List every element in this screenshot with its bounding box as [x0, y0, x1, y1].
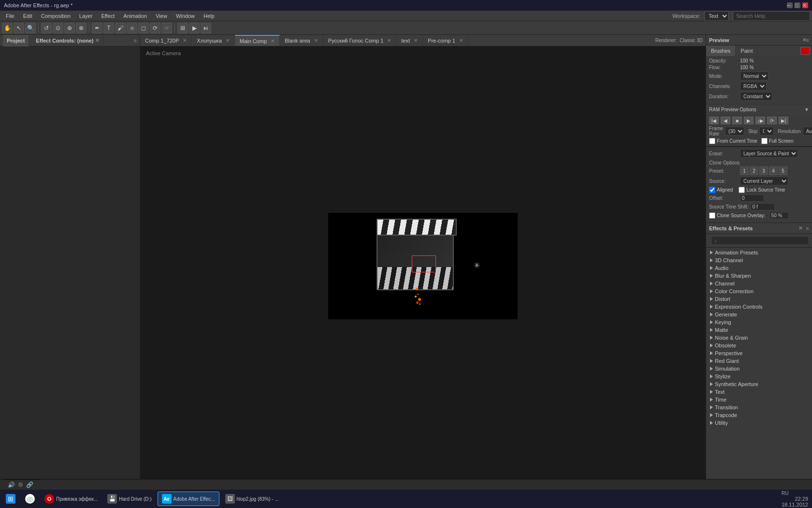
zoom-tool-btn[interactable]: 🔍 — [25, 23, 36, 33]
search-help-input[interactable] — [733, 11, 810, 21]
mode-select[interactable]: Normal — [740, 72, 768, 80]
source-select[interactable]: Current Layer — [740, 177, 788, 185]
prev-frame-btn[interactable]: ◀ — [721, 117, 730, 124]
renderer-value[interactable]: Classic 3D — [680, 38, 703, 43]
category-trapcode[interactable]: Trapcode — [706, 411, 812, 419]
workspace-select[interactable]: Text — [704, 11, 729, 21]
preview-close[interactable]: ✕ — [802, 37, 806, 43]
camera-dolly-btn[interactable]: ⊗ — [76, 23, 87, 33]
comp-tab-main-close[interactable]: ✕ — [271, 38, 275, 44]
category-transition[interactable]: Transition — [706, 403, 812, 411]
comp-tab-main[interactable]: Main Comp ✕ — [235, 35, 280, 46]
category-perspective[interactable]: Perspective — [706, 349, 812, 357]
frame-rate-select[interactable]: (30) — [725, 127, 744, 135]
status-icon-2[interactable]: ⚙ — [18, 481, 23, 488]
lock-source-check[interactable] — [739, 187, 745, 193]
foreground-color[interactable] — [800, 47, 810, 55]
opacity-value[interactable]: 100 % — [740, 58, 754, 63]
ram-preview-dropdown[interactable]: ▼ — [804, 107, 809, 112]
category-generate[interactable]: Generate — [706, 311, 812, 318]
category-red-giant[interactable]: Red Giant — [706, 357, 812, 365]
menu-effect[interactable]: Effect — [97, 12, 118, 20]
text-tool-btn[interactable]: T — [103, 23, 114, 33]
comp-tab-russian[interactable]: Русский Голос Comp 1 ✕ — [323, 35, 397, 46]
project-tab[interactable]: Project — [3, 35, 29, 46]
category-simulation[interactable]: Simulation — [706, 365, 812, 373]
comp-tab-precomp[interactable]: Pre-comp 1 ✕ — [423, 35, 468, 46]
resolution-select[interactable]: Auto — [803, 127, 812, 135]
puppet-tool-btn[interactable]: ☞ — [161, 23, 172, 33]
offset-input[interactable] — [740, 194, 764, 202]
erase-select[interactable]: Layer Source & Paint — [740, 149, 798, 158]
category-keying[interactable]: Keying — [706, 318, 812, 326]
comp-tab-2[interactable]: Хлопушка ✕ — [192, 35, 234, 46]
full-screen-label[interactable]: Full Screen — [761, 138, 794, 144]
opera-btn[interactable]: O Привязка эффек... — [41, 492, 102, 506]
preset-btn-4[interactable]: 4 — [769, 166, 778, 175]
minimize-btn[interactable]: ─ — [787, 2, 793, 8]
play-audio-btn[interactable]: ♪▶ — [755, 117, 765, 124]
from-current-time-label[interactable]: From Current Time — [709, 138, 757, 144]
arrow-tool-btn[interactable]: ↖ — [14, 23, 24, 33]
effects-menu-btn[interactable]: ≡ — [806, 225, 809, 231]
camera-track-btn[interactable]: ⊕ — [64, 23, 75, 33]
roto-tool-btn[interactable]: ⟳ — [150, 23, 160, 33]
clone-overlay-label[interactable]: Clone Source Overlay: — [709, 212, 766, 219]
maximize-btn[interactable]: □ — [795, 2, 800, 8]
pen-tool-btn[interactable]: ✒ — [92, 23, 102, 33]
preset-btn-5[interactable]: 5 — [779, 166, 787, 175]
effects-close[interactable]: ✕ — [798, 225, 802, 231]
preset-btn-1[interactable]: 1 — [740, 166, 749, 175]
menu-window[interactable]: Window — [172, 12, 199, 20]
comp-tab-precomp-close[interactable]: ✕ — [459, 38, 463, 43]
menu-composition[interactable]: Composition — [37, 12, 74, 20]
category-color-correction[interactable]: Color Correction — [706, 287, 812, 295]
aligned-check[interactable] — [709, 187, 715, 193]
comp-tab-blank-close[interactable]: ✕ — [314, 38, 318, 43]
from-current-time-check[interactable] — [709, 138, 715, 144]
hard-drive-btn[interactable]: 💾 Hard Drive (D:) — [103, 492, 155, 506]
category-animation-presets[interactable]: Animation Presets — [706, 249, 812, 256]
comp-tab-text-close[interactable]: ✕ — [414, 38, 418, 43]
category-noise-grain[interactable]: Noise & Grain — [706, 334, 812, 342]
effects-search-input[interactable] — [711, 236, 809, 245]
category-obsolete[interactable]: Obsolete — [706, 342, 812, 349]
new-comp-btn[interactable]: ⊞ — [177, 23, 188, 33]
loop-btn[interactable]: ⟳ — [767, 117, 777, 124]
menu-layer[interactable]: Layer — [75, 12, 97, 20]
image-btn[interactable]: 🖼 hlop2.jpg (83%) - ... — [221, 492, 283, 506]
source-time-input[interactable] — [751, 203, 775, 210]
preview-menu-btn[interactable]: ≡ — [806, 37, 809, 43]
brushes-tab[interactable]: Brushes — [706, 45, 736, 56]
menu-view[interactable]: View — [152, 12, 171, 20]
aligned-label[interactable]: Aligned — [709, 187, 733, 193]
ram-preview-options-label[interactable]: RAM Preview Options — [709, 107, 802, 112]
ae-active-btn[interactable]: Ae Adobe After Effec... — [158, 492, 219, 506]
comp-tab-blank[interactable]: Blank area ✕ — [280, 35, 323, 46]
category-expression-controls[interactable]: Expression Controls — [706, 303, 812, 311]
category-time[interactable]: Time — [706, 396, 812, 403]
duration-select[interactable]: Constant — [740, 92, 772, 101]
category-audio[interactable]: Audio — [706, 264, 812, 272]
preview-btn[interactable]: ⏯ — [201, 23, 211, 33]
menu-file[interactable]: File — [2, 12, 18, 20]
panel-menu-btn[interactable]: ≡ — [134, 38, 137, 44]
category-3d-channel[interactable]: 3D Channel — [706, 256, 812, 264]
hand-tool-btn[interactable]: ✋ — [2, 23, 13, 33]
flow-value[interactable]: 100 % — [740, 65, 754, 70]
category-matte[interactable]: Matte — [706, 326, 812, 334]
play-btn[interactable]: ▶ — [744, 117, 754, 124]
clone-tool-btn[interactable]: ⎋ — [127, 23, 137, 33]
category-blur-sharpen[interactable]: Blur & Sharpen — [706, 272, 812, 280]
skip-select[interactable]: 0 — [759, 127, 774, 135]
brush-tool-btn[interactable]: 🖌 — [115, 23, 126, 33]
menu-help[interactable]: Help — [200, 12, 218, 20]
effect-controls-close[interactable]: ✕ — [95, 38, 99, 43]
comp-tab-russian-close[interactable]: ✕ — [387, 38, 391, 43]
comp-tab-1-close[interactable]: ✕ — [183, 38, 187, 43]
status-icon-1[interactable]: 🔊 — [8, 481, 15, 488]
comp-tab-2-close[interactable]: ✕ — [226, 38, 230, 43]
camera-orbit-btn[interactable]: ⊙ — [53, 23, 63, 33]
category-synthetic-aperture[interactable]: Synthetic Aperture — [706, 380, 812, 388]
lock-source-label[interactable]: Lock Source Time — [739, 187, 785, 193]
